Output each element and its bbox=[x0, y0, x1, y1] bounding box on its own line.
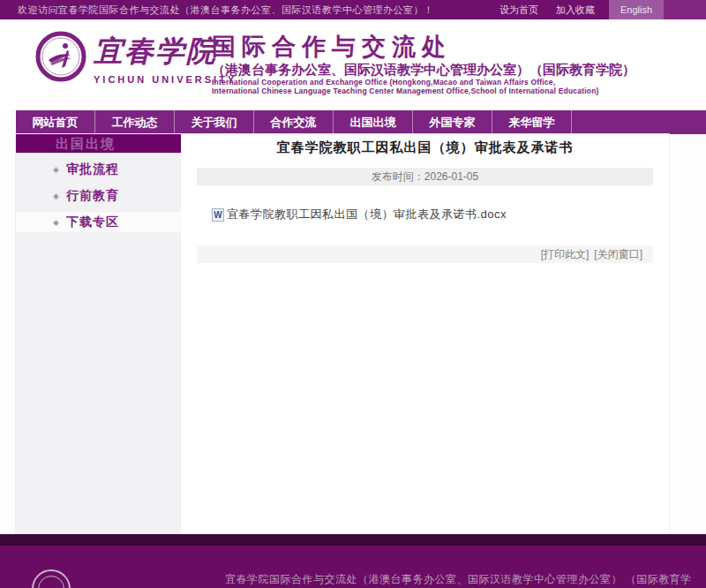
sidebar-item-pre-departure-education[interactable]: ◈ 行前教育 bbox=[16, 185, 181, 206]
diamond-bullet-icon: ◈ bbox=[53, 165, 59, 174]
university-logo bbox=[35, 31, 86, 82]
nav-item-abroad[interactable]: 出国出境 bbox=[334, 110, 413, 134]
topbar-tail-decor bbox=[664, 0, 706, 19]
publish-date-bar: 发布时间：2026-01-05 bbox=[197, 168, 653, 185]
sidebar-item-label: 下载专区 bbox=[66, 215, 119, 230]
office-english-line2: International Chinese Language Teaching … bbox=[212, 87, 697, 95]
close-window-link[interactable]: [关闭窗口] bbox=[594, 247, 642, 262]
add-favorite-link[interactable]: 加入收藏 bbox=[547, 0, 604, 19]
footer: 宜春学院国际合作与交流处（港澳台事务办公室、国际汉语教学中心管理办公室） （国际… bbox=[0, 546, 706, 588]
topbar: 欢迎访问宜春学院国际合作与交流处（港澳台事务办公室、国际汉语教学中心管理办公室）… bbox=[0, 0, 706, 19]
site-header: 宜春学院 YICHUN UNIVERSITY 国际合作与交流处 （港澳台事务办公… bbox=[0, 19, 706, 110]
sidebar-header: 出国出境 bbox=[16, 134, 181, 153]
main-nav: 网站首页 工作动态 关于我们 合作交流 出国出境 外国专家 来华留学 bbox=[16, 110, 706, 134]
sidebar: 出国出境 ◈ 审批流程 ◈ 行前教育 ◈ 下载专区 bbox=[16, 134, 181, 534]
brand-name-cn: 宜春学院 bbox=[94, 32, 213, 72]
attachment-link[interactable]: W 宜春学院教职工因私出国（境）审批表及承诺书.docx bbox=[212, 207, 669, 222]
nav-item-foreign-experts[interactable]: 外国专家 bbox=[413, 110, 492, 134]
set-home-link[interactable]: 设为首页 bbox=[491, 0, 547, 19]
article-actions-bar: [打印此文] [关闭窗口] bbox=[197, 245, 653, 263]
diamond-bullet-icon: ◈ bbox=[53, 218, 59, 227]
footer-logo-inner-ring bbox=[38, 576, 64, 588]
welcome-text: 欢迎访问宜春学院国际合作与交流处（港澳台事务办公室、国际汉语教学中心管理办公室）… bbox=[18, 4, 434, 17]
diamond-bullet-icon: ◈ bbox=[53, 192, 59, 200]
sidebar-item-label: 审批流程 bbox=[66, 162, 119, 177]
nav-item-study-in-china[interactable]: 来华留学 bbox=[492, 110, 572, 134]
topbar-links: 设为首页 加入收藏 English bbox=[491, 0, 706, 19]
university-logo-emblem bbox=[35, 31, 86, 82]
office-title-block: 国际合作与交流处 （港澳台事务办公室、国际汉语教学中心管理办公室）（国际教育学院… bbox=[212, 34, 697, 95]
sidebar-item-approval-process[interactable]: ◈ 审批流程 bbox=[16, 159, 181, 179]
main-container: 出国出境 ◈ 审批流程 ◈ 行前教育 ◈ 下载专区 宜春学院教职工因私出国（境）… bbox=[16, 134, 669, 534]
footer-copyright: 宜春学院国际合作与交流处（港澳台事务办公室、国际汉语教学中心管理办公室） （国际… bbox=[225, 572, 706, 588]
english-link[interactable]: English bbox=[609, 0, 664, 19]
nav-item-news[interactable]: 工作动态 bbox=[95, 110, 175, 134]
office-english-line1: International Cooperation and Exchange O… bbox=[212, 78, 697, 87]
footer-top-strip bbox=[0, 534, 706, 546]
footer-university-logo bbox=[32, 569, 71, 588]
word-document-icon: W bbox=[212, 208, 224, 222]
office-subtitle: （港澳台事务办公室、国际汉语教学中心管理办公室）（国际教育学院） bbox=[212, 61, 697, 78]
nav-item-about[interactable]: 关于我们 bbox=[175, 110, 254, 134]
office-title: 国际合作与交流处 bbox=[212, 34, 697, 60]
attachment-filename: 宜春学院教职工因私出国（境）审批表及承诺书.docx bbox=[227, 207, 507, 222]
sidebar-item-download-zone[interactable]: ◈ 下载专区 bbox=[16, 212, 181, 232]
nav-item-home[interactable]: 网站首页 bbox=[16, 110, 95, 134]
article-title: 宜春学院教职工因私出国（境）审批表及承诺书 bbox=[181, 139, 669, 156]
article-content: 宜春学院教职工因私出国（境）审批表及承诺书 发布时间：2026-01-05 W … bbox=[181, 134, 669, 534]
nav-item-cooperation[interactable]: 合作交流 bbox=[254, 110, 334, 134]
sidebar-item-label: 行前教育 bbox=[66, 188, 119, 204]
print-article-link[interactable]: [打印此文] bbox=[541, 247, 590, 262]
